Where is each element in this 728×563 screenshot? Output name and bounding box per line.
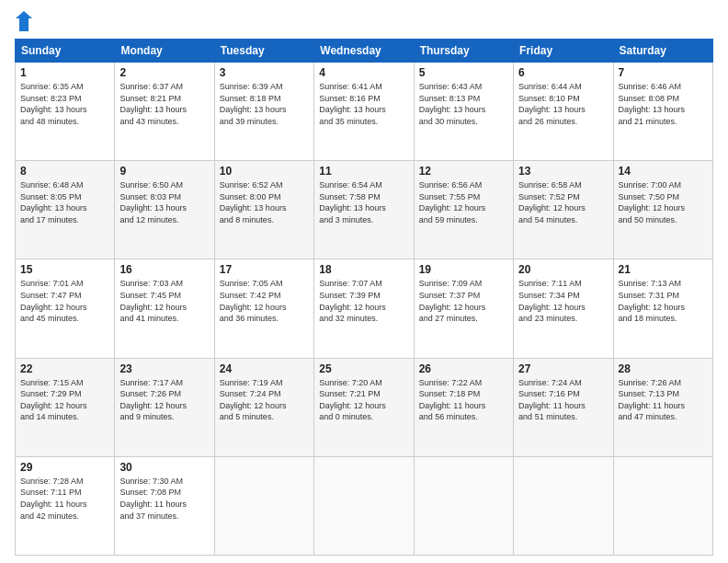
day-number: 19 <box>419 263 508 276</box>
calendar-cell: 23Sunrise: 7:17 AM Sunset: 7:26 PM Dayli… <box>115 358 214 456</box>
day-number: 15 <box>20 263 109 276</box>
calendar-week-2: 8Sunrise: 6:48 AM Sunset: 8:05 PM Daylig… <box>16 161 713 259</box>
calendar-week-4: 22Sunrise: 7:15 AM Sunset: 7:29 PM Dayli… <box>16 358 713 456</box>
day-number: 1 <box>20 66 109 79</box>
header <box>15 11 713 31</box>
day-number: 3 <box>220 66 309 79</box>
calendar-cell: 13Sunrise: 6:58 AM Sunset: 7:52 PM Dayli… <box>514 161 613 259</box>
day-info: Sunrise: 6:46 AM Sunset: 8:08 PM Dayligh… <box>619 81 708 127</box>
day-info: Sunrise: 7:11 AM Sunset: 7:34 PM Dayligh… <box>518 278 608 324</box>
header-cell-tuesday: Tuesday <box>214 40 313 63</box>
calendar-cell: 3Sunrise: 6:39 AM Sunset: 8:18 PM Daylig… <box>214 63 313 161</box>
header-cell-sunday: Sunday <box>16 40 115 63</box>
calendar-body: 1Sunrise: 6:35 AM Sunset: 8:23 PM Daylig… <box>16 63 713 556</box>
calendar-week-1: 1Sunrise: 6:35 AM Sunset: 8:23 PM Daylig… <box>16 63 713 161</box>
day-number: 2 <box>119 66 209 79</box>
calendar-cell: 24Sunrise: 7:19 AM Sunset: 7:24 PM Dayli… <box>214 358 313 456</box>
day-number: 4 <box>319 66 408 79</box>
day-info: Sunrise: 7:05 AM Sunset: 7:42 PM Dayligh… <box>220 278 309 324</box>
day-number: 20 <box>518 263 608 276</box>
day-number: 21 <box>619 263 708 276</box>
day-number: 12 <box>419 165 508 178</box>
header-cell-saturday: Saturday <box>613 40 712 63</box>
calendar-cell: 6Sunrise: 6:44 AM Sunset: 8:10 PM Daylig… <box>514 63 613 161</box>
day-number: 27 <box>518 362 608 375</box>
day-info: Sunrise: 6:50 AM Sunset: 8:03 PM Dayligh… <box>119 179 209 225</box>
day-info: Sunrise: 7:19 AM Sunset: 7:24 PM Dayligh… <box>220 377 309 423</box>
calendar-cell <box>613 456 712 555</box>
calendar-cell: 19Sunrise: 7:09 AM Sunset: 7:37 PM Dayli… <box>414 259 513 358</box>
calendar-cell: 15Sunrise: 7:01 AM Sunset: 7:47 PM Dayli… <box>16 259 115 358</box>
calendar-cell: 7Sunrise: 6:46 AM Sunset: 8:08 PM Daylig… <box>613 63 712 161</box>
day-number: 13 <box>518 165 608 178</box>
calendar-cell: 4Sunrise: 6:41 AM Sunset: 8:16 PM Daylig… <box>314 63 414 161</box>
day-number: 16 <box>119 263 209 276</box>
day-number: 25 <box>319 362 408 375</box>
day-number: 30 <box>119 461 209 474</box>
header-cell-monday: Monday <box>115 40 214 63</box>
calendar-cell: 2Sunrise: 6:37 AM Sunset: 8:21 PM Daylig… <box>115 63 214 161</box>
calendar-cell: 18Sunrise: 7:07 AM Sunset: 7:39 PM Dayli… <box>314 259 414 358</box>
day-info: Sunrise: 7:00 AM Sunset: 7:50 PM Dayligh… <box>619 179 708 225</box>
day-number: 23 <box>119 362 209 375</box>
calendar-cell: 20Sunrise: 7:11 AM Sunset: 7:34 PM Dayli… <box>514 259 613 358</box>
day-info: Sunrise: 7:17 AM Sunset: 7:26 PM Dayligh… <box>119 377 209 423</box>
day-info: Sunrise: 6:48 AM Sunset: 8:05 PM Dayligh… <box>20 179 109 225</box>
day-info: Sunrise: 6:58 AM Sunset: 7:52 PM Dayligh… <box>518 179 608 225</box>
calendar-cell: 16Sunrise: 7:03 AM Sunset: 7:45 PM Dayli… <box>115 259 214 358</box>
header-row: SundayMondayTuesdayWednesdayThursdayFrid… <box>16 40 713 63</box>
calendar-cell: 9Sunrise: 6:50 AM Sunset: 8:03 PM Daylig… <box>115 161 214 259</box>
day-number: 11 <box>319 165 408 178</box>
calendar-cell: 12Sunrise: 6:56 AM Sunset: 7:55 PM Dayli… <box>414 161 513 259</box>
calendar-cell: 8Sunrise: 6:48 AM Sunset: 8:05 PM Daylig… <box>16 161 115 259</box>
day-info: Sunrise: 6:52 AM Sunset: 8:00 PM Dayligh… <box>220 179 309 225</box>
day-info: Sunrise: 7:15 AM Sunset: 7:29 PM Dayligh… <box>20 377 109 423</box>
calendar-cell: 22Sunrise: 7:15 AM Sunset: 7:29 PM Dayli… <box>16 358 115 456</box>
day-info: Sunrise: 6:54 AM Sunset: 7:58 PM Dayligh… <box>319 179 408 225</box>
calendar-cell: 21Sunrise: 7:13 AM Sunset: 7:31 PM Dayli… <box>613 259 712 358</box>
calendar-cell: 30Sunrise: 7:30 AM Sunset: 7:08 PM Dayli… <box>115 456 214 555</box>
day-info: Sunrise: 6:35 AM Sunset: 8:23 PM Dayligh… <box>20 81 109 127</box>
day-number: 29 <box>20 461 109 474</box>
calendar-week-3: 15Sunrise: 7:01 AM Sunset: 7:47 PM Dayli… <box>16 259 713 358</box>
day-info: Sunrise: 6:44 AM Sunset: 8:10 PM Dayligh… <box>518 81 608 127</box>
calendar-cell: 25Sunrise: 7:20 AM Sunset: 7:21 PM Dayli… <box>314 358 414 456</box>
logo <box>15 11 33 31</box>
day-info: Sunrise: 7:03 AM Sunset: 7:45 PM Dayligh… <box>119 278 209 324</box>
calendar-cell: 10Sunrise: 6:52 AM Sunset: 8:00 PM Dayli… <box>214 161 313 259</box>
calendar-header: SundayMondayTuesdayWednesdayThursdayFrid… <box>16 40 713 63</box>
header-cell-friday: Friday <box>514 40 613 63</box>
day-number: 26 <box>419 362 508 375</box>
calendar-cell <box>414 456 513 555</box>
logo-icon <box>16 11 32 31</box>
day-info: Sunrise: 7:24 AM Sunset: 7:16 PM Dayligh… <box>518 377 608 423</box>
calendar-table: SundayMondayTuesdayWednesdayThursdayFrid… <box>15 39 713 556</box>
day-number: 9 <box>119 165 209 178</box>
day-info: Sunrise: 6:39 AM Sunset: 8:18 PM Dayligh… <box>220 81 309 127</box>
day-number: 24 <box>220 362 309 375</box>
day-info: Sunrise: 7:07 AM Sunset: 7:39 PM Dayligh… <box>319 278 408 324</box>
calendar-cell <box>314 456 414 555</box>
day-number: 5 <box>419 66 508 79</box>
day-info: Sunrise: 7:22 AM Sunset: 7:18 PM Dayligh… <box>419 377 508 423</box>
calendar-cell: 14Sunrise: 7:00 AM Sunset: 7:50 PM Dayli… <box>613 161 712 259</box>
calendar-cell: 27Sunrise: 7:24 AM Sunset: 7:16 PM Dayli… <box>514 358 613 456</box>
day-info: Sunrise: 6:37 AM Sunset: 8:21 PM Dayligh… <box>119 81 209 127</box>
calendar-cell: 26Sunrise: 7:22 AM Sunset: 7:18 PM Dayli… <box>414 358 513 456</box>
calendar-cell: 1Sunrise: 6:35 AM Sunset: 8:23 PM Daylig… <box>16 63 115 161</box>
day-number: 28 <box>619 362 708 375</box>
day-info: Sunrise: 7:01 AM Sunset: 7:47 PM Dayligh… <box>20 278 109 324</box>
day-number: 14 <box>619 165 708 178</box>
day-info: Sunrise: 6:41 AM Sunset: 8:16 PM Dayligh… <box>319 81 408 127</box>
svg-marker-0 <box>16 11 32 31</box>
calendar-cell: 28Sunrise: 7:26 AM Sunset: 7:13 PM Dayli… <box>613 358 712 456</box>
calendar-cell: 29Sunrise: 7:28 AM Sunset: 7:11 PM Dayli… <box>16 456 115 555</box>
day-number: 7 <box>619 66 708 79</box>
calendar-cell <box>514 456 613 555</box>
day-info: Sunrise: 6:43 AM Sunset: 8:13 PM Dayligh… <box>419 81 508 127</box>
header-cell-wednesday: Wednesday <box>314 40 414 63</box>
day-number: 10 <box>220 165 309 178</box>
calendar-cell: 11Sunrise: 6:54 AM Sunset: 7:58 PM Dayli… <box>314 161 414 259</box>
day-info: Sunrise: 7:26 AM Sunset: 7:13 PM Dayligh… <box>619 377 708 423</box>
day-number: 6 <box>518 66 608 79</box>
